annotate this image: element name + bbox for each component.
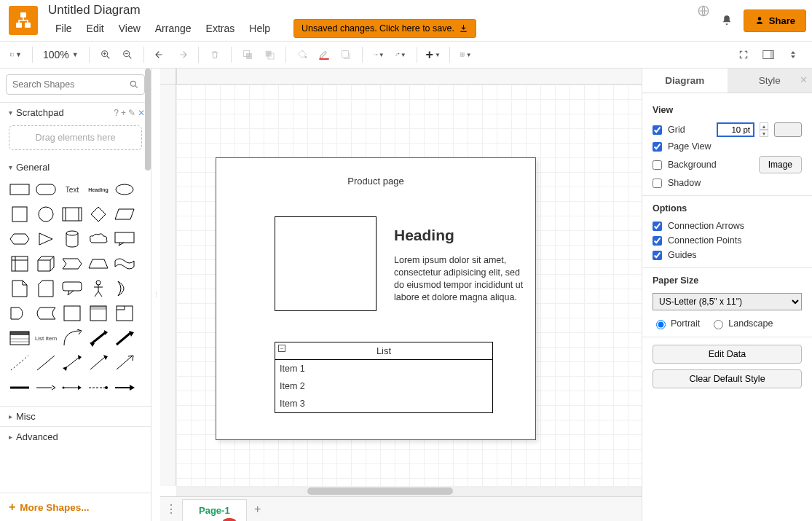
lorem-text[interactable]: Lorem ipsum dolor sit amet, consectetur … — [394, 254, 525, 304]
notifications-icon[interactable] — [720, 14, 733, 27]
shape-dashed-line[interactable] — [7, 352, 32, 374]
shape-text[interactable]: Text — [60, 179, 84, 200]
list-item[interactable]: Item 2 — [275, 377, 492, 395]
shape-rectangle[interactable] — [7, 179, 32, 200]
to-back-button[interactable] — [259, 44, 280, 65]
pages-menu-button[interactable]: ⋮ — [160, 497, 182, 521]
sidebar-scrollbar-thumb[interactable] — [145, 68, 151, 171]
list-item[interactable]: Item 1 — [275, 360, 492, 377]
shape-diamond[interactable] — [86, 203, 111, 225]
background-image-button[interactable]: Image — [759, 156, 802, 173]
canvas-hscroll-thumb[interactable] — [307, 487, 453, 495]
clear-default-style-button[interactable]: Clear Default Style — [653, 369, 802, 388]
shape-harrow1[interactable] — [33, 377, 58, 399]
format-panel-toggle[interactable] — [758, 44, 779, 65]
share-button[interactable]: Share — [744, 9, 806, 32]
shape-cylinder[interactable] — [60, 228, 84, 250]
shape-square[interactable] — [7, 203, 32, 225]
scratchpad-header[interactable]: ▾ Scratchpad ? + ✎ ✕ — [0, 104, 151, 121]
insert-button[interactable]: + ▼ — [423, 44, 444, 65]
background-checkbox[interactable] — [653, 160, 662, 170]
tab-diagram[interactable]: Diagram — [642, 68, 728, 93]
page-tab-1[interactable]: Page-1 — [182, 499, 247, 521]
page-title-text[interactable]: Product page — [216, 176, 535, 187]
shadow-checkbox[interactable] — [653, 179, 662, 188]
scratchpad-dropzone[interactable]: Drag elements here — [9, 125, 142, 150]
shape-ellipse[interactable] — [112, 179, 137, 200]
shape-arrow-thick[interactable] — [112, 327, 137, 349]
misc-header[interactable]: ▸ Misc — [0, 408, 151, 425]
shape-arrow-line[interactable] — [86, 352, 111, 374]
drawing-canvas[interactable]: Product page Heading Lorem ipsum dolor s… — [176, 85, 642, 486]
shape-and[interactable] — [7, 302, 32, 324]
fill-color-button[interactable] — [292, 44, 312, 65]
app-logo[interactable] — [9, 6, 38, 35]
shape-listitem[interactable]: List Item — [33, 327, 58, 349]
search-shapes-input[interactable] — [6, 74, 145, 95]
grid-color-swatch[interactable] — [774, 122, 802, 137]
close-icon[interactable]: ✕ — [138, 108, 145, 118]
shape-process[interactable] — [60, 203, 84, 225]
list-header[interactable]: − List — [275, 342, 492, 360]
sidebar-splitter[interactable]: ⋮ — [151, 68, 160, 521]
shape-heading[interactable]: Heading — [86, 179, 111, 200]
collapse-button[interactable] — [783, 44, 803, 65]
edit-icon[interactable]: ✎ — [128, 108, 135, 118]
connection-button[interactable]: ▼ — [368, 44, 389, 65]
diagram-page-shape[interactable]: Product page Heading Lorem ipsum dolor s… — [216, 157, 536, 440]
connection-points-checkbox[interactable] — [653, 236, 662, 246]
shape-internal-storage[interactable] — [7, 253, 32, 275]
portrait-radio[interactable] — [656, 320, 666, 329]
sidebar-toggle-button[interactable]: ▼ — [6, 44, 26, 65]
shape-trapezoid[interactable] — [86, 253, 111, 275]
menu-help[interactable]: Help — [242, 20, 277, 37]
sidebar-scrollbar[interactable] — [145, 68, 151, 493]
add-page-button[interactable]: + — [247, 497, 269, 521]
shape-bidir-arrow-thick[interactable] — [86, 327, 111, 349]
redo-button[interactable] — [172, 44, 192, 65]
connection-arrows-checkbox[interactable] — [653, 222, 662, 231]
landscape-radio[interactable] — [714, 320, 723, 329]
heading-text[interactable]: Heading — [394, 227, 454, 244]
image-placeholder-shape[interactable] — [275, 216, 377, 311]
grid-size-input[interactable] — [717, 123, 754, 136]
collapse-icon[interactable]: − — [278, 345, 285, 352]
shape-container[interactable] — [60, 302, 84, 324]
shape-datastore[interactable] — [33, 302, 58, 324]
shape-triangle[interactable] — [33, 228, 58, 250]
list-item[interactable]: Item 3 — [275, 395, 492, 412]
shadow-button[interactable] — [336, 44, 356, 65]
pageview-checkbox[interactable] — [653, 142, 662, 152]
shape-frame[interactable] — [112, 302, 137, 324]
waypoints-button[interactable]: ▼ — [390, 44, 411, 65]
shape-rounded-rect[interactable] — [33, 179, 58, 200]
shape-parallelogram[interactable] — [112, 203, 137, 225]
shape-callout2[interactable] — [60, 278, 84, 299]
shape-harrow3[interactable] — [86, 377, 111, 399]
search-icon[interactable] — [129, 79, 139, 90]
shape-harrow2[interactable] — [60, 377, 84, 399]
shape-line[interactable] — [33, 352, 58, 374]
grid-checkbox[interactable] — [653, 125, 662, 135]
undo-button[interactable] — [150, 44, 170, 65]
shape-card[interactable] — [33, 278, 58, 299]
table-button[interactable]: ▼ — [456, 44, 476, 65]
list-shape[interactable]: − List Item 1 Item 2 Item 3 — [275, 342, 493, 413]
shape-curve[interactable] — [60, 327, 84, 349]
menu-view[interactable]: View — [111, 20, 148, 37]
to-front-button[interactable] — [237, 44, 258, 65]
ruler-vertical[interactable] — [160, 85, 176, 486]
shape-or[interactable] — [112, 278, 137, 299]
shape-harrow4[interactable] — [112, 377, 137, 399]
unsaved-changes-button[interactable]: Unsaved changes. Click here to save. — [293, 19, 476, 38]
ruler-horizontal[interactable] — [176, 68, 642, 85]
menu-edit[interactable]: Edit — [79, 20, 111, 37]
close-format-panel-icon[interactable]: ✕ — [800, 74, 808, 85]
menu-file[interactable]: File — [48, 20, 79, 37]
delete-button[interactable] — [205, 44, 225, 65]
papersize-select[interactable]: US-Letter (8,5" x 11") — [653, 293, 802, 310]
document-title[interactable]: Untitled Diagram — [48, 3, 476, 19]
shape-step[interactable] — [60, 253, 84, 275]
advanced-header[interactable]: ▸ Advanced — [0, 428, 151, 445]
shape-note[interactable] — [7, 278, 32, 299]
